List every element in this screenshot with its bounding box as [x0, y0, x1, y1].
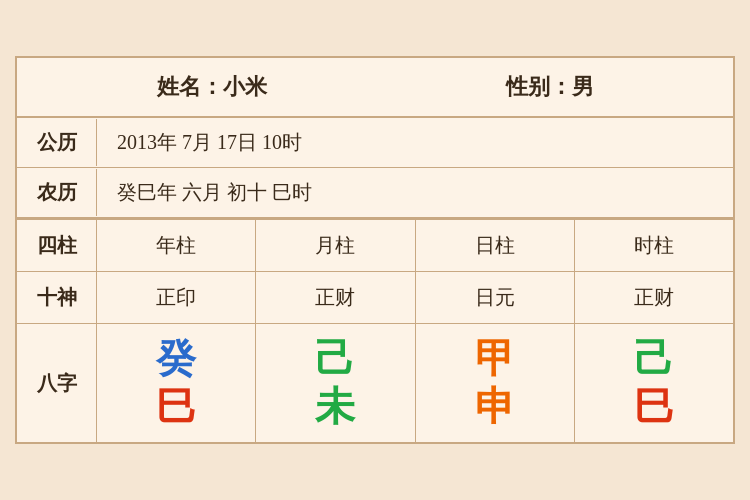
- shishen-hour: 正财: [575, 272, 733, 323]
- bazi-month: 己 未: [256, 324, 415, 442]
- shishen-row: 十神 正印 正财 日元 正财: [17, 272, 733, 324]
- column-headers: 年柱 月柱 日柱 时柱: [97, 220, 733, 271]
- name-label: 姓名：小米: [157, 72, 267, 102]
- main-card: 姓名：小米 性别：男 公历 2013年 7月 17日 10时 农历 癸巳年 六月…: [15, 56, 735, 444]
- lunar-value: 癸巳年 六月 初十 巳时: [97, 169, 733, 216]
- shishen-day: 日元: [416, 272, 575, 323]
- bazi-label: 八字: [17, 324, 97, 442]
- lunar-row: 农历 癸巳年 六月 初十 巳时: [17, 168, 733, 218]
- bazi-month-bottom: 未: [315, 387, 355, 427]
- column-header-row: 四柱 年柱 月柱 日柱 时柱: [17, 220, 733, 272]
- lunar-label: 农历: [17, 169, 97, 216]
- gregorian-label: 公历: [17, 119, 97, 166]
- gregorian-row: 公历 2013年 7月 17日 10时: [17, 118, 733, 168]
- header-row: 姓名：小米 性别：男: [17, 58, 733, 118]
- shishen-cells: 正印 正财 日元 正财: [97, 272, 733, 323]
- bazi-hour-bottom: 巳: [634, 387, 674, 427]
- bazi-row: 八字 癸 巳 己 未 甲 申 己: [17, 324, 733, 442]
- gender-label: 性别：男: [506, 72, 594, 102]
- bazi-day: 甲 申: [416, 324, 575, 442]
- bazi-hour-top: 己: [634, 339, 674, 379]
- col-hour: 时柱: [575, 220, 733, 271]
- bazi-month-top: 己: [315, 339, 355, 379]
- bazi-hour: 己 巳: [575, 324, 733, 442]
- bazi-year-top: 癸: [156, 339, 196, 379]
- col-month: 月柱: [256, 220, 415, 271]
- bazi-cells: 癸 巳 己 未 甲 申 己 巳: [97, 324, 733, 442]
- bazi-year: 癸 巳: [97, 324, 256, 442]
- shishen-year: 正印: [97, 272, 256, 323]
- sizhu-label: 四柱: [17, 220, 97, 271]
- bazi-year-bottom: 巳: [156, 387, 196, 427]
- col-day: 日柱: [416, 220, 575, 271]
- bazi-day-top: 甲: [475, 339, 515, 379]
- shishen-label: 十神: [17, 272, 97, 323]
- table-section: 四柱 年柱 月柱 日柱 时柱 十神 正印 正财 日元 正财 八字: [17, 218, 733, 442]
- col-year: 年柱: [97, 220, 256, 271]
- shishen-month: 正财: [256, 272, 415, 323]
- gregorian-value: 2013年 7月 17日 10时: [97, 119, 733, 166]
- bazi-day-bottom: 申: [475, 387, 515, 427]
